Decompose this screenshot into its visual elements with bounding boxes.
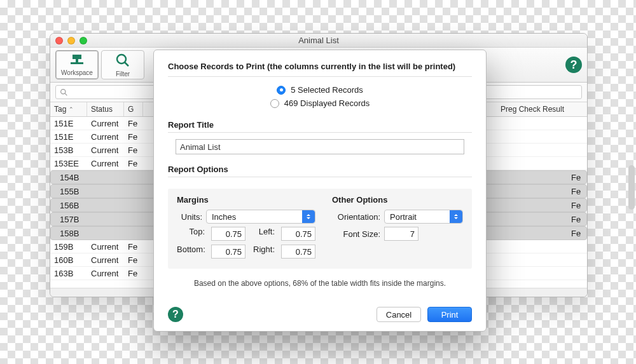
svg-line-4 (125, 62, 128, 66)
workspace-icon (69, 54, 85, 68)
radio-selected-records[interactable]: 5 Selected Records (168, 85, 472, 95)
sort-asc-icon: ⌃ (69, 106, 74, 112)
cell-g: Fe (567, 215, 586, 224)
bottom-label: Bottom: (177, 245, 205, 259)
cell-status: Current (87, 255, 124, 265)
cell-g: Fe (124, 132, 143, 142)
units-select[interactable]: Inches (206, 210, 315, 224)
chevron-updown-icon (450, 210, 462, 223)
cell-status: Current (87, 119, 124, 128)
cell-status: Current (87, 132, 124, 142)
cell-tag: 158B (56, 229, 93, 238)
cell-tag: 153B (50, 145, 87, 155)
cell-tag: 151E (50, 132, 87, 142)
fit-note: Based on the above options, 68% of the t… (168, 279, 472, 288)
cell-g: Fe (124, 145, 143, 155)
cell-tag: 155B (56, 187, 93, 196)
cell-g: Fe (567, 229, 586, 238)
filter-label: Filter (116, 71, 130, 78)
cell-tag: 157B (56, 215, 93, 224)
svg-line-6 (65, 93, 67, 95)
help-icon[interactable]: ? (565, 57, 582, 73)
vertical-scrollbar[interactable] (628, 165, 635, 210)
cell-tag: 154B (56, 173, 93, 182)
cell-tag: 151E (50, 119, 87, 128)
cell-status: Current (87, 242, 124, 252)
cell-status: Current (87, 269, 124, 278)
titlebar: Animal List (50, 34, 587, 48)
options-panel: Margins Units: Inches Top: 0.75 Left: 0.… (168, 189, 472, 269)
svg-marker-7 (307, 214, 310, 216)
orientation-select[interactable]: Portrait (384, 210, 463, 224)
cell-g: Fe (124, 242, 143, 252)
bottom-margin-input[interactable]: 0.75 (211, 245, 245, 259)
cell-g: Fe (567, 201, 586, 210)
svg-marker-10 (454, 217, 458, 219)
svg-rect-2 (71, 62, 83, 64)
report-title-input[interactable]: Animal List (176, 139, 464, 154)
filter-button[interactable]: Filter (101, 50, 144, 79)
svg-rect-1 (76, 59, 78, 62)
fontsize-input[interactable]: 7 (384, 227, 418, 241)
cell-g: Fe (124, 159, 143, 168)
other-column: Other Options Orientation: Portrait Font… (332, 195, 463, 259)
cell-g: Fe (567, 187, 586, 196)
orientation-label: Orientation: (332, 212, 380, 222)
svg-marker-9 (454, 214, 458, 216)
svg-rect-0 (73, 55, 81, 59)
radio-off-icon (270, 99, 279, 108)
dialog-heading: Choose Records to Print (the columns cur… (168, 62, 472, 71)
radio-displayed-records[interactable]: 469 Displayed Records (168, 98, 472, 108)
svg-marker-8 (307, 217, 310, 219)
cell-tag: 160B (50, 255, 87, 265)
fontsize-label: Font Size: (332, 229, 380, 239)
cell-tag: 159B (50, 242, 87, 252)
top-label: Top: (177, 227, 205, 241)
cell-tag: 153EE (50, 159, 87, 168)
left-label: Left: (252, 227, 275, 241)
svg-point-3 (117, 55, 126, 64)
print-dialog: Choose Records to Print (the columns cur… (153, 50, 487, 332)
print-button[interactable]: Print (427, 307, 472, 322)
radio-on-icon (277, 86, 286, 95)
left-margin-input[interactable]: 0.75 (281, 227, 315, 241)
cell-g: Fe (124, 269, 143, 278)
search-icon (60, 88, 68, 97)
margins-heading: Margins (177, 195, 315, 205)
workspace-button[interactable]: Workspace (55, 50, 99, 79)
report-title-label: Report Title (168, 120, 472, 130)
cell-status: Current (87, 145, 124, 155)
cell-tag: 163B (50, 269, 87, 278)
cancel-button[interactable]: Cancel (377, 307, 421, 322)
margins-column: Margins Units: Inches Top: 0.75 Left: 0.… (177, 195, 315, 259)
other-heading: Other Options (332, 195, 463, 205)
svg-point-5 (61, 89, 66, 93)
workspace-label: Workspace (61, 69, 93, 76)
right-margin-input[interactable]: 0.75 (281, 245, 315, 259)
header-tag[interactable]: Tag ⌃ (50, 102, 87, 116)
top-margin-input[interactable]: 0.75 (211, 227, 245, 241)
cell-g: Fe (124, 119, 143, 128)
search-icon (115, 53, 130, 69)
window-title: Animal List (50, 36, 587, 45)
cell-g: Fe (567, 173, 586, 182)
header-g[interactable]: G (124, 102, 143, 116)
header-preg[interactable]: Preg Check Result (497, 102, 579, 116)
cell-status: Current (87, 159, 124, 168)
header-status[interactable]: Status (87, 102, 124, 116)
chevron-updown-icon (302, 210, 315, 223)
report-options-label: Report Options (168, 165, 472, 174)
cell-tag: 156B (56, 201, 93, 210)
help-icon[interactable]: ? (168, 307, 183, 322)
right-label: Right: (252, 245, 275, 259)
cell-g: Fe (124, 255, 143, 265)
units-label: Units: (177, 212, 202, 222)
